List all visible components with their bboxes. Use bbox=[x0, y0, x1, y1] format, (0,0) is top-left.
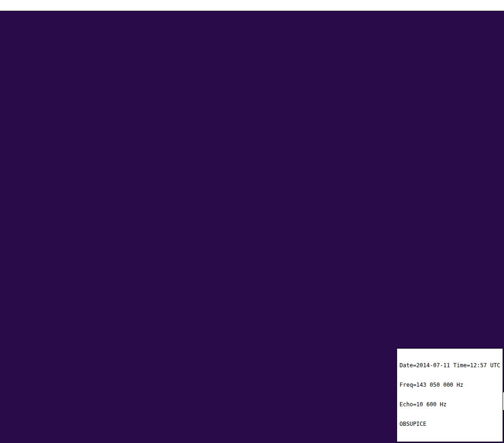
info-station-line: OBSUPICE bbox=[399, 421, 500, 427]
info-echo-line: Echo=10 600 Hz bbox=[399, 401, 500, 408]
info-freq-line: Freq=143 050 000 Hz bbox=[399, 382, 500, 388]
info-box: Date=2014-07-11 Time=12:57 UTC Freq=143 … bbox=[397, 348, 503, 442]
frequency-ruler[interactable] bbox=[0, 0, 504, 11]
spectrogram-app: -100 dB -50 0 Date=2014-07-11 Time=12:57… bbox=[0, 0, 504, 443]
info-date-line: Date=2014-07-11 Time=12:57 UTC bbox=[399, 362, 500, 369]
